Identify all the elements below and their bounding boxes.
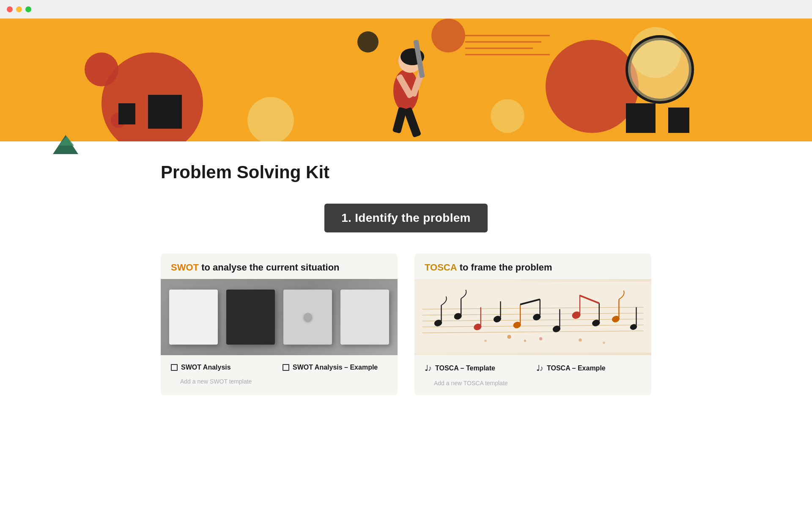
swot-placeholder-item: [283, 378, 387, 385]
swot-analysis-item[interactable]: SWOT Analysis: [171, 364, 276, 371]
swot-blocks: [161, 279, 398, 355]
svg-point-27: [491, 99, 524, 133]
swot-block-1: [169, 290, 218, 345]
swot-card-header: SWOT to analyse the current situation: [161, 254, 398, 279]
swot-example-label: SWOT Analysis – Example: [293, 364, 378, 371]
svg-point-63: [484, 340, 487, 342]
tosca-card-header: TOSCA to frame the problem: [414, 254, 651, 279]
swot-add-label: Add a new SWOT template: [171, 378, 276, 385]
swot-block-2: [226, 290, 275, 345]
svg-point-65: [603, 342, 605, 344]
svg-point-17: [628, 38, 691, 101]
tosca-example-label: TOSCA – Example: [547, 364, 606, 372]
tosca-template-item[interactable]: ♩♪ TOSCA – Template: [425, 364, 529, 373]
tosca-card-items: ♩♪ TOSCA – Template ♩♪ TOSCA – Example A…: [414, 355, 651, 395]
svg-point-14: [546, 40, 639, 133]
svg-rect-18: [626, 103, 656, 133]
cards-grid: SWOT to analyse the current situation SW…: [161, 254, 651, 395]
tosca-accent: TOSCA: [425, 262, 457, 273]
tosca-card-image: [414, 279, 651, 355]
svg-rect-19: [668, 108, 689, 133]
svg-point-62: [539, 337, 542, 340]
swot-card: SWOT to analyse the current situation SW…: [161, 254, 398, 395]
tosca-card: TOSCA to frame the problem: [414, 254, 651, 395]
tosca-header-text: to frame the problem: [460, 262, 552, 273]
svg-marker-29: [58, 136, 74, 146]
swot-analysis-title[interactable]: SWOT Analysis: [171, 364, 276, 371]
swot-analysis-label: SWOT Analysis: [181, 364, 231, 371]
swot-analysis-doc-icon: [171, 364, 178, 371]
swot-block-3: [283, 290, 332, 345]
swot-example-doc-icon: [283, 364, 289, 371]
svg-rect-4: [148, 95, 182, 129]
swot-card-items: SWOT Analysis SWOT Analysis – Example Ad…: [161, 355, 398, 393]
tosca-add-item[interactable]: Add a new TOSCA template: [425, 380, 529, 387]
swot-example-item[interactable]: SWOT Analysis – Example: [283, 364, 387, 371]
maximize-button[interactable]: [25, 6, 31, 12]
tosca-add-label: Add a new TOSCA template: [425, 380, 529, 387]
swot-accent: SWOT: [171, 262, 199, 273]
minimize-button[interactable]: [16, 6, 22, 12]
tosca-template-music-icon: ♩♪: [425, 364, 432, 373]
swot-add-item[interactable]: Add a new SWOT template: [171, 378, 276, 385]
svg-point-25: [431, 19, 465, 52]
tosca-placeholder-item: [536, 380, 641, 387]
hero-banner: [0, 19, 812, 141]
section-header: 1. Identify the problem: [161, 204, 651, 232]
window-bar: [0, 0, 812, 19]
tosca-template-title[interactable]: ♩♪ TOSCA – Template: [425, 364, 529, 373]
tosca-template-label: TOSCA – Template: [435, 364, 495, 372]
svg-point-60: [507, 335, 511, 339]
svg-point-2: [85, 52, 118, 86]
tosca-example-item[interactable]: ♩♪ TOSCA – Example: [536, 364, 641, 373]
main-content: Problem Solving Kit 1. Identify the prob…: [110, 162, 702, 395]
tosca-example-title[interactable]: ♩♪ TOSCA – Example: [536, 364, 641, 373]
close-button[interactable]: [7, 6, 13, 12]
svg-rect-5: [118, 103, 135, 124]
swot-header-text: to analyse the current situation: [201, 262, 339, 273]
swot-card-image: [161, 279, 398, 355]
section-badge: 1. Identify the problem: [324, 204, 488, 232]
tosca-example-music-icon: ♩♪: [536, 364, 543, 373]
svg-point-64: [579, 338, 582, 341]
swot-example-title[interactable]: SWOT Analysis – Example: [283, 364, 387, 371]
page-icon: [0, 133, 812, 158]
page-title: Problem Solving Kit: [161, 162, 651, 182]
svg-point-24: [357, 31, 379, 52]
swot-block-4: [340, 290, 389, 345]
svg-point-61: [524, 340, 527, 342]
